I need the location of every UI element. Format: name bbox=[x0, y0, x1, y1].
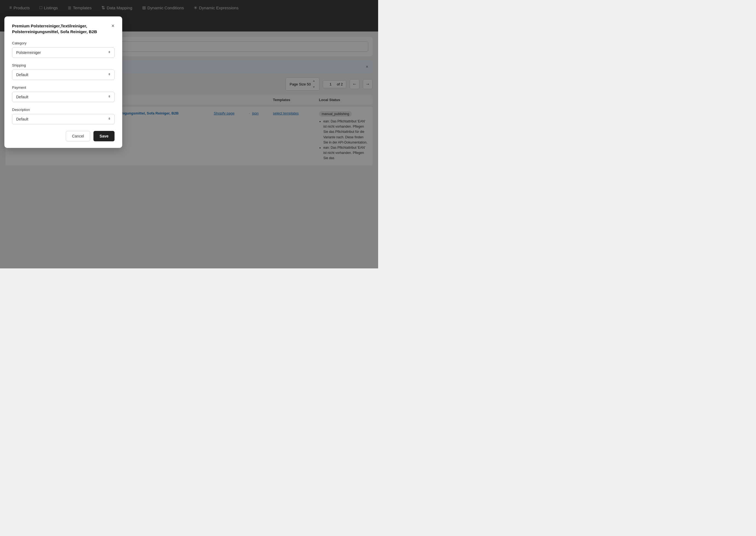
payment-field-group: Payment Default bbox=[12, 85, 115, 102]
modal-close-button[interactable]: × bbox=[111, 23, 115, 28]
shipping-label: Shipping bbox=[12, 63, 115, 67]
modal-footer: Cancel Save bbox=[12, 131, 115, 141]
shipping-field-group: Shipping Default bbox=[12, 63, 115, 80]
category-field-group: Category Polsterreiniger bbox=[12, 41, 115, 58]
description-label: Description bbox=[12, 108, 115, 112]
save-button[interactable]: Save bbox=[93, 131, 115, 141]
description-field-group: Description Default bbox=[12, 108, 115, 124]
modal-header: Premium Polsterreiniger,Textilreiniger, … bbox=[12, 23, 115, 35]
payment-select[interactable]: Default bbox=[12, 92, 115, 102]
description-select[interactable]: Default bbox=[12, 114, 115, 124]
category-select[interactable]: Polsterreiniger bbox=[12, 48, 115, 58]
modal-title: Premium Polsterreiniger,Textilreiniger, … bbox=[12, 23, 111, 35]
category-label: Category bbox=[12, 41, 115, 45]
payment-label: Payment bbox=[12, 85, 115, 89]
cancel-button[interactable]: Cancel bbox=[66, 131, 90, 141]
shipping-select[interactable]: Default bbox=[12, 70, 115, 80]
modal-dialog: Premium Polsterreiniger,Textilreiniger, … bbox=[4, 17, 122, 148]
